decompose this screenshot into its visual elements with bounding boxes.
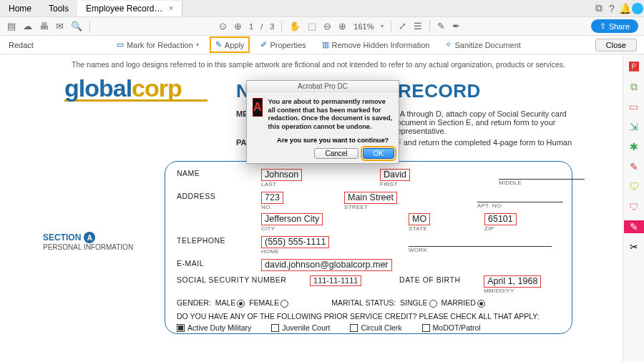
remove-hidden-button[interactable]: ▥Remove Hidden Information xyxy=(317,37,435,52)
section-subtitle: PERSONAL INFORMATION xyxy=(43,243,133,251)
dob-label: DATE OF BIRTH xyxy=(399,275,479,284)
field-street[interactable]: Main Street xyxy=(344,192,397,204)
field-state[interactable]: MO xyxy=(409,213,430,225)
share-button[interactable]: ⇪ Share xyxy=(591,19,638,33)
sign-icon[interactable]: ✒ xyxy=(452,21,460,31)
apply-redaction-button[interactable]: ✎Apply xyxy=(210,36,250,53)
field-ssn[interactable]: 111-11-1111 xyxy=(310,275,361,286)
read-mode-icon[interactable]: ☰ xyxy=(414,21,422,31)
organize-icon[interactable]: ✱ xyxy=(628,140,640,153)
mark-for-redaction-button[interactable]: ▭Mark for Redaction ▾ xyxy=(112,37,204,52)
create-pdf-icon[interactable]: 🅿 xyxy=(628,60,640,73)
field-work-phone[interactable] xyxy=(409,236,552,247)
cap-last: LAST xyxy=(261,181,376,187)
logo-part1: global xyxy=(64,74,132,102)
dialog-title: Acrobat Pro DC xyxy=(247,81,399,92)
tab-tools[interactable]: Tools xyxy=(40,1,77,16)
comment-tool-icon[interactable]: 🗨 xyxy=(628,180,640,193)
properties-icon: ✐ xyxy=(260,40,267,49)
email-label: E-MAIL xyxy=(177,259,255,268)
next-page-icon[interactable]: ⊕ xyxy=(234,21,242,31)
field-city[interactable]: Jefferson City xyxy=(261,213,323,225)
redact-tool-icon[interactable]: ✎ xyxy=(624,220,644,233)
female-label: FEMALE xyxy=(249,298,279,307)
more-tools-icon[interactable]: ✂ xyxy=(628,240,640,253)
cap-first: FIRST xyxy=(380,181,494,187)
check-modot[interactable] xyxy=(422,324,430,332)
ssn-label: SOCIAL SECURITY NUMBER xyxy=(177,275,306,284)
field-home-phone[interactable]: (555) 555-1111 xyxy=(261,236,329,248)
dialog-question: Are you sure you want to continue? xyxy=(247,137,399,148)
hidden-icon: ▥ xyxy=(322,40,329,49)
prev-page-icon[interactable]: ⊙ xyxy=(219,21,227,31)
send-sign-icon[interactable]: ✎ xyxy=(628,160,640,173)
combine-icon[interactable]: ⧉ xyxy=(628,80,640,93)
redact-properties-button[interactable]: ✐Properties xyxy=(255,37,311,52)
field-apt[interactable] xyxy=(477,192,563,202)
zoom-value[interactable]: 161% xyxy=(353,22,374,31)
share-label: Share xyxy=(609,22,630,31)
zoom-in-icon[interactable]: ⊕ xyxy=(338,21,346,31)
field-street-no[interactable]: 723 xyxy=(261,192,283,204)
married-label: MARRIED xyxy=(441,298,475,307)
export-pdf-icon[interactable]: ⇲ xyxy=(628,120,640,133)
cap-zip: ZIP xyxy=(484,225,585,232)
field-first-name[interactable]: David xyxy=(380,169,410,181)
account-avatar[interactable] xyxy=(631,3,644,14)
comment-icon[interactable]: ✎ xyxy=(437,21,445,31)
protect-icon[interactable]: 🛡 xyxy=(628,200,640,213)
male-label: MALE xyxy=(215,298,236,307)
prior-service-question: DO YOU HAVE ANY OF THE FOLLOWING PRIOR S… xyxy=(177,312,560,321)
fit-icon[interactable]: ⤢ xyxy=(399,21,406,31)
cap-apt: APT. NO. xyxy=(477,202,563,209)
hidden-label: Remove Hidden Information xyxy=(332,41,430,49)
dialog-message: You are about to permanently remove all … xyxy=(268,98,393,131)
logo-part2: corp xyxy=(132,74,182,102)
section-header: SECTION A PERSONAL INFORMATION xyxy=(43,232,133,251)
gender-group: GENDER: MALE FEMALE xyxy=(177,298,288,308)
check-military[interactable] xyxy=(177,324,185,332)
help-icon[interactable]: ? xyxy=(605,3,618,14)
field-email[interactable]: david.johnson@globalcorp.mer xyxy=(261,259,392,271)
dialog-ok-button[interactable]: OK xyxy=(363,148,394,159)
marital-group: MARITAL STATUS: SINGLE MARRIED xyxy=(331,298,485,308)
cloud-icon[interactable]: ☁ xyxy=(23,21,32,31)
radio-male[interactable] xyxy=(237,300,245,308)
select-tool-icon[interactable]: ⬚ xyxy=(308,21,316,31)
field-zip[interactable]: 65101 xyxy=(484,213,517,225)
panel-icon[interactable]: ▤ xyxy=(7,21,16,31)
marital-label: MARITAL STATUS: xyxy=(331,298,396,307)
form-panel: NAME JohnsonLAST DavidFIRST MIDDLE ADDRE… xyxy=(165,161,572,334)
notifications-icon[interactable]: 🔔 xyxy=(618,3,631,14)
radio-married[interactable] xyxy=(477,300,485,308)
field-last-name[interactable]: Johnson xyxy=(261,169,302,181)
radio-female[interactable] xyxy=(280,300,288,308)
section-label: SECTION xyxy=(43,233,81,243)
hand-tool-icon[interactable]: ✋ xyxy=(289,21,301,31)
page-total: 3 xyxy=(270,22,274,31)
field-middle-name[interactable] xyxy=(499,169,585,180)
field-dob[interactable]: April 1, 1968 xyxy=(484,275,541,288)
cap-city: CITY xyxy=(261,225,404,232)
gender-label: GENDER: xyxy=(177,298,211,307)
search-icon[interactable]: 🔍 xyxy=(71,21,82,31)
close-redact-button[interactable]: Close xyxy=(595,39,637,52)
print-icon[interactable]: 🖶 xyxy=(39,21,49,31)
name-label: NAME xyxy=(177,169,255,177)
dialog-cancel-button[interactable]: Cancel xyxy=(314,148,358,159)
radio-single[interactable] xyxy=(429,300,437,308)
sanitize-button[interactable]: ✧Sanitize Document xyxy=(440,37,525,52)
prior-service-options: Active Duty Military Juvenile Court Circ… xyxy=(177,323,560,333)
mail-icon[interactable]: ✉ xyxy=(56,21,64,31)
sanitize-label: Sanitize Document xyxy=(454,41,520,49)
tab-home[interactable]: Home xyxy=(0,1,40,16)
activity-icon[interactable]: ⧉ xyxy=(592,2,605,14)
cap-street: STREET xyxy=(344,204,473,210)
edit-pdf-icon[interactable]: ▭ xyxy=(628,100,640,113)
zoom-out-icon[interactable]: ⊖ xyxy=(323,21,331,31)
check-circuit[interactable] xyxy=(350,324,358,332)
close-tab-icon[interactable]: × xyxy=(168,4,173,14)
cap-state: STATE xyxy=(409,225,480,232)
tab-document[interactable]: Employee Record… × xyxy=(77,1,182,16)
check-juvenile[interactable] xyxy=(271,324,279,332)
